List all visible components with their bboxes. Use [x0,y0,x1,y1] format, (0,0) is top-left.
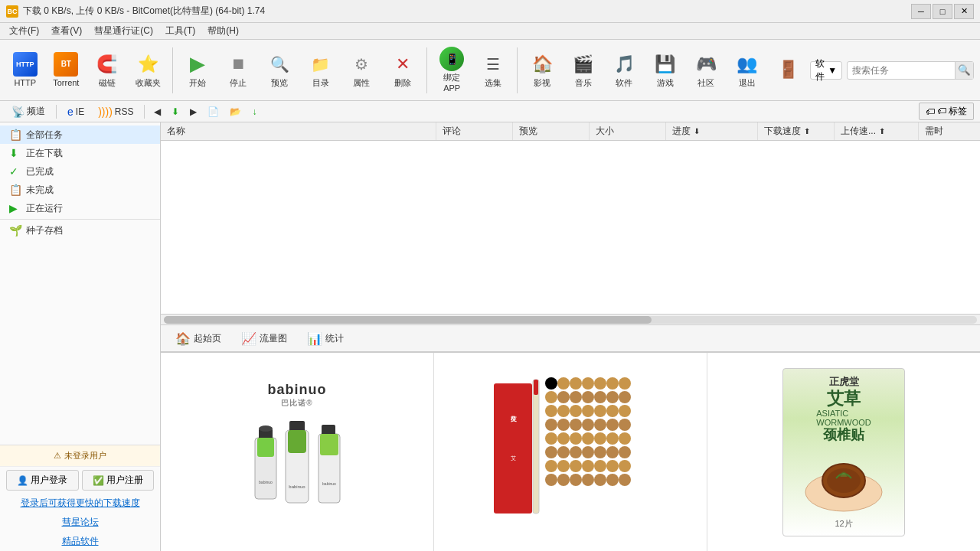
app-icon: BC [6,5,18,18]
sidebar-item-seed[interactable]: 🌱 种子存档 [0,221,160,240]
ad-artcao[interactable]: 正虎堂 艾草 ASIATICWORMWOOD 颈椎贴 [707,353,980,551]
ad-babinuo[interactable]: babinuo 巴比诺® [161,353,434,551]
moxa-svg: 艾灸柱 艾 /* rows generated below */ [490,368,651,536]
horizontal-scrollbar[interactable] [161,314,980,324]
magnet-button[interactable]: 🧲 磁链 [88,44,126,96]
preview-icon: 🔍 [267,52,292,77]
software-link[interactable]: 精品软件 [0,532,160,551]
http-icon: HTTP [13,52,38,77]
toolbar-sep-1 [172,47,173,93]
minimize-button[interactable]: ─ [911,4,931,19]
home-button[interactable]: 🏠 影视 [523,44,561,96]
artcao-desc-label: 颈椎贴 [823,427,864,444]
sidebar-item-running[interactable]: ▶ 正在运行 [0,199,160,217]
svg-point-42 [606,419,619,431]
nav-forward-button[interactable]: ▶ [186,103,201,120]
svg-point-71 [619,474,631,486]
tab-traffic[interactable]: 📈 流量图 [233,328,296,349]
nav-down-button[interactable]: ⬇ [168,103,183,120]
svg-point-2 [259,425,273,432]
home-label: 影视 [534,78,550,88]
tag-button[interactable]: 🏷 🏷 标签 [919,103,974,120]
menu-help[interactable]: 帮助(H) [201,23,245,39]
register-button[interactable]: ✅ 用户注册 [82,470,155,491]
nav-dl-button[interactable]: ↓ [248,103,260,120]
user-icon: 👤 [17,475,28,486]
community-button[interactable]: 👥 退出 [728,44,766,96]
babinuo-products: babinuo babinuo babinuo [251,415,343,522]
toolbar-sep-2 [426,47,427,93]
sidebar-item-completed[interactable]: ✓ 已完成 [0,162,160,181]
music-icon: 🎵 [612,52,636,77]
exit-button[interactable]: 🚪 [769,44,808,96]
torrent-button[interactable]: BT Torrent [47,44,86,96]
menu-file[interactable]: 文件(F) [3,23,45,39]
menu-tools[interactable]: 工具(T) [159,23,201,39]
svg-point-40 [582,419,594,431]
tag-icon: 🏷 [926,106,935,117]
http-button[interactable]: HTTP HTTP [6,44,44,96]
forum-link[interactable]: 彗星论坛 [0,513,160,532]
col-progress-label: 进度 [672,125,691,138]
svg-point-64 [619,460,631,472]
props-button[interactable]: ⚙ 属性 [342,44,381,96]
torrent-icon: BT [54,52,78,77]
close-button[interactable]: ✕ [954,4,974,19]
tab-home[interactable]: 🏠 起始页 [167,328,230,349]
open-button[interactable]: ▶ 开始 [178,44,217,96]
sidebar: 📋 全部任务 ⬇ 正在下载 ✓ 已完成 📋 未完成 ▶ 正在运行 🌱 [0,122,161,551]
rss-button[interactable]: )))) RSS [93,103,139,120]
seed-icon: 🌱 [9,224,21,236]
nav-back-button[interactable]: ◀ [150,103,165,120]
preview-button[interactable]: 🔍 预览 [260,44,299,96]
game-button[interactable]: 🎮 社区 [688,44,726,96]
ie-button[interactable]: e IE [62,103,90,120]
select-button[interactable]: ☰ 选集 [474,44,512,96]
tab-stats[interactable]: 📊 统计 [299,328,352,349]
search-button[interactable]: 🔍 [955,62,973,79]
music-label: 软件 [616,78,632,88]
svg-point-35 [606,405,619,417]
stop-button[interactable]: ⏹ 停止 [220,44,258,96]
login-button[interactable]: 👤 用户登录 [6,470,79,491]
menubar: 文件(F) 查看(V) 彗星通行证(C) 工具(T) 帮助(H) [0,23,980,40]
nav-file-button[interactable]: 📄 [204,103,223,120]
directory-button[interactable]: 📁 目录 [302,44,340,96]
favorites-button[interactable]: ⭐ 收藏夹 [129,44,168,96]
babinuo-sub: 巴比诺® [268,398,327,409]
ad-panel: babinuo 巴比诺® [161,352,980,551]
sidebar-item-all[interactable]: 📋 全部任务 [0,126,160,144]
home-tab-icon: 🏠 [175,331,191,346]
delete-button[interactable]: ✕ 删除 [384,44,422,96]
software-button[interactable]: 💾 游戏 [646,44,684,96]
list-icon: 📁 [309,52,333,77]
down-arrow-icon: ⬇ [172,106,179,117]
stop-label: 停止 [230,78,247,88]
task-list[interactable] [161,141,980,314]
ad-moxa[interactable]: 艾灸柱 艾 /* rows generated below */ [434,353,707,551]
software-dropdown[interactable]: 软件 ▼ [810,61,842,80]
col-progress-header: 进度 ⬇ [666,122,758,140]
sidebar-warning: ⚠ 未登录用户 [0,445,160,467]
menu-coinstar[interactable]: 彗星通行证(C) [88,23,159,39]
col-name-label: 名称 [167,125,185,138]
maximize-button[interactable]: □ [933,4,952,19]
bindapp-button[interactable]: 📱 绑定APP [433,44,471,96]
sidebar-item-downloading[interactable]: ⬇ 正在下载 [0,144,160,162]
svg-point-52 [557,446,570,458]
svg-text:babinuo: babinuo [259,480,273,484]
rss-icon: )))) [98,106,113,118]
ulspeed-sort-icon: ⬆ [879,127,885,135]
channel-button[interactable]: 📡 频道 [6,103,51,120]
search-input[interactable] [848,64,955,77]
sidebar-item-incomplete[interactable]: 📋 未完成 [0,181,160,199]
film-button[interactable]: 🎬 音乐 [564,44,603,96]
nav-folder-button[interactable]: 📂 [226,103,245,120]
svg-rect-13 [494,383,532,514]
svg-point-65 [545,474,557,486]
menu-view[interactable]: 查看(V) [45,23,88,39]
col-ulspeed-label: 上传速... [841,125,876,138]
music-button[interactable]: 🎵 软件 [606,44,644,96]
col-ulspeed-header: 上传速... ⬆ [835,122,919,140]
svg-point-47 [582,432,594,445]
